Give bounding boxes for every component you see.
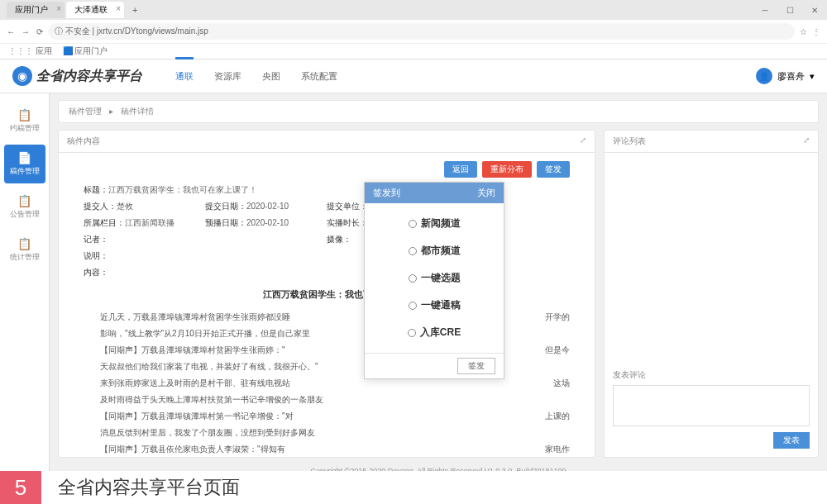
minimize-icon[interactable]: ─ xyxy=(753,0,777,20)
browser-tab[interactable]: 应用门户× xyxy=(7,2,65,18)
bookmark-link[interactable]: 🟦 应用门户 xyxy=(63,46,108,55)
panel-title: 评论列表 xyxy=(613,136,646,147)
apps-icon[interactable]: ⋮⋮⋮ 应用 xyxy=(8,46,52,55)
nav-resource[interactable]: 资源库 xyxy=(214,67,241,86)
close-icon[interactable]: × xyxy=(56,4,61,13)
radio-icon xyxy=(409,220,417,228)
top-nav: 通联 资源库 央图 系统配置 xyxy=(175,67,337,86)
close-icon[interactable]: ✕ xyxy=(802,0,827,20)
breadcrumb-item[interactable]: 稿件管理 xyxy=(69,107,102,116)
back-button[interactable]: 返回 xyxy=(444,161,477,178)
forward-icon[interactable]: → xyxy=(22,27,30,36)
browser-tabs: 应用门户× 大泽通联× + ─ ☐ ✕ xyxy=(0,0,827,20)
user-name: 廖喜舟 xyxy=(777,70,805,83)
collapse-icon[interactable]: ⤢ xyxy=(580,136,586,147)
logo-text: 全省内容共享平台 xyxy=(36,68,142,85)
star-icon[interactable]: ☆ xyxy=(800,27,807,36)
radio-icon xyxy=(409,247,417,255)
avatar-icon: 👤 xyxy=(756,68,772,84)
meta-title: 江西万载贫困学生：我也可在家上课了！ xyxy=(108,185,257,194)
back-icon[interactable]: ← xyxy=(7,27,15,36)
modal-option[interactable]: 一键选题 xyxy=(365,264,504,292)
new-tab-button[interactable]: + xyxy=(126,5,144,15)
menu-icon[interactable]: ⋮ xyxy=(812,27,820,36)
comments-panel: 评论列表 ⤢ 发表评论 发表 xyxy=(604,130,819,458)
address-bar: ← → ⟳ ⓘ 不安全 | jxrtv.cn/DYtong/views/main… xyxy=(0,20,827,43)
logo-icon: ◉ xyxy=(12,66,32,86)
modal-option[interactable]: 新闻频道 xyxy=(365,210,504,237)
url-input[interactable]: ⓘ 不安全 | jxrtv.cn/DYtong/views/main.jsp xyxy=(48,23,795,40)
app-header: ◉ 全省内容共享平台 通联 资源库 央图 系统配置 👤 廖喜舟 ▾ xyxy=(0,59,827,93)
modal-option[interactable]: 一键通稿 xyxy=(365,292,504,319)
comment-input[interactable] xyxy=(613,385,810,426)
radio-icon xyxy=(409,302,417,310)
radio-icon xyxy=(409,274,417,283)
breadcrumb-item: 稿件详情 xyxy=(121,107,154,116)
chevron-down-icon: ▾ xyxy=(810,71,815,82)
doc-icon: 📄 xyxy=(17,151,31,164)
collapse-icon[interactable]: ⤢ xyxy=(803,136,810,147)
sign-modal: 签发到 关闭 新闻频道 都市频道 一键选题 一键通稿 入库CRE 签发 xyxy=(364,182,504,379)
modal-title: 签发到 xyxy=(373,187,400,199)
comment-submit-button[interactable]: 发表 xyxy=(773,432,810,449)
sidebar-item-stats[interactable]: 📋统计管理 xyxy=(4,231,45,269)
comment-label: 发表评论 xyxy=(613,369,810,381)
modal-close[interactable]: 关闭 xyxy=(477,187,495,199)
browser-chrome: 应用门户× 大泽通联× + ─ ☐ ✕ ← → ⟳ ⓘ 不安全 | jxrtv.… xyxy=(0,0,827,59)
panel-title: 稿件内容 xyxy=(67,136,100,147)
caption-text: 全省内容共享平台页面 xyxy=(58,475,240,500)
browser-tab[interactable]: 大泽通联× xyxy=(66,2,124,18)
maximize-icon[interactable]: ☐ xyxy=(777,0,802,20)
sidebar-item-appoint[interactable]: 📋约稿管理 xyxy=(4,102,45,140)
nav-tonglian[interactable]: 通联 xyxy=(175,67,194,86)
content-panel: 稿件内容 ⤢ 返回 重新分布 签发 标题：江西万载贫困学生：我也可在家上课了！ … xyxy=(58,130,595,458)
sidebar-item-manuscript[interactable]: 📄稿件管理 xyxy=(4,145,45,183)
sidebar-item-announce[interactable]: 📋公告管理 xyxy=(4,188,45,226)
sidebar: 📋约稿管理 📄稿件管理 📋公告管理 📋统计管理 xyxy=(0,93,50,478)
reload-icon[interactable]: ⟳ xyxy=(36,27,43,36)
doc-icon: 📋 xyxy=(17,194,31,207)
breadcrumb: 稿件管理 ▸ 稿件详情 xyxy=(58,100,819,123)
logo: ◉ 全省内容共享平台 xyxy=(12,66,142,86)
modal-option[interactable]: 入库CRE xyxy=(365,319,504,346)
resend-button[interactable]: 重新分布 xyxy=(482,161,532,178)
close-icon[interactable]: × xyxy=(116,4,121,13)
caption-bar: 5 全省内容共享平台页面 xyxy=(0,471,827,504)
caption-number: 5 xyxy=(0,471,41,504)
doc-icon: 📋 xyxy=(17,108,31,121)
radio-icon xyxy=(408,329,416,337)
modal-submit-button[interactable]: 签发 xyxy=(457,358,495,374)
modal-option[interactable]: 都市频道 xyxy=(365,237,504,264)
sign-button[interactable]: 签发 xyxy=(537,161,570,178)
user-area[interactable]: 👤 廖喜舟 ▾ xyxy=(756,68,815,84)
nav-map[interactable]: 央图 xyxy=(262,67,280,86)
doc-icon: 📋 xyxy=(17,237,31,250)
nav-settings[interactable]: 系统配置 xyxy=(301,67,337,86)
